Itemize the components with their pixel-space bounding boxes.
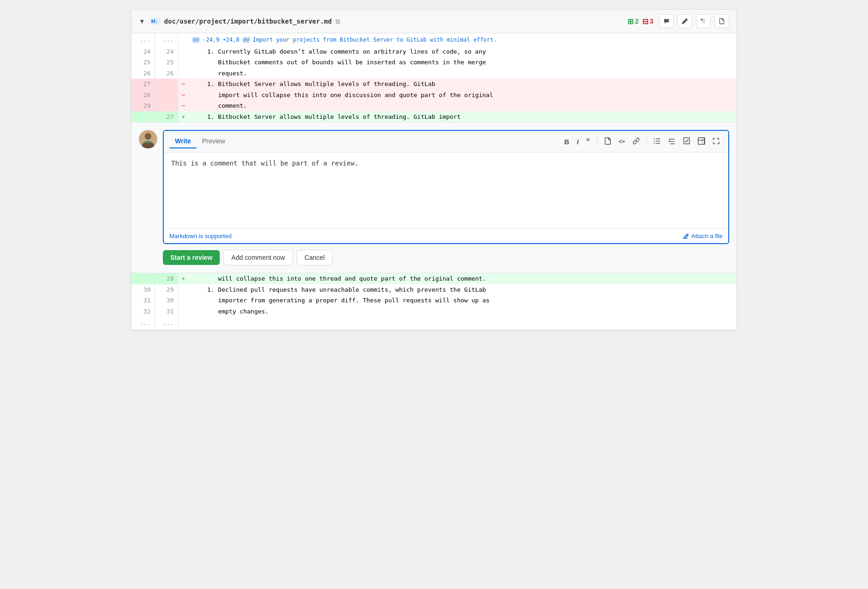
copy-path-icon[interactable]: ⧉ <box>335 18 340 25</box>
bold-btn[interactable]: B <box>562 136 572 147</box>
tab-preview[interactable]: Preview <box>197 135 231 148</box>
svg-point-1 <box>145 133 151 140</box>
line-num-dots-old: ... <box>131 33 155 46</box>
fullscreen-btn[interactable] <box>710 135 723 147</box>
user-avatar <box>139 130 157 148</box>
hunk-info: @@ -24,9 +24,8 @@ Import your projects f… <box>189 33 736 46</box>
diff-container: ▼ M↓ doc/user/project/import/bitbucket_s… <box>131 9 737 330</box>
header-actions <box>659 14 729 28</box>
quote-btn[interactable]: “ <box>583 135 593 147</box>
start-review-button[interactable]: Start a review <box>163 250 220 265</box>
table-btn[interactable] <box>695 135 708 147</box>
link-btn[interactable] <box>630 135 643 147</box>
add-comment-button[interactable]: Add comment now <box>223 250 293 265</box>
comment-btn[interactable] <box>659 14 674 28</box>
comment-toolbar: Write Preview B I “ <> <box>164 131 728 153</box>
comment-section: Write Preview B I “ <> <box>131 122 737 273</box>
task-list-btn[interactable] <box>680 135 693 147</box>
format-tools: B I “ <> <box>562 135 723 147</box>
diff-line-29-removed: 29 − comment. <box>131 100 737 111</box>
diff-line-31: 31 30 importer from generating a proper … <box>131 295 737 306</box>
diff-dots-bottom: ... ... <box>131 317 737 330</box>
tab-write[interactable]: Write <box>169 135 197 148</box>
diff-dots-row: ... ... @@ -24,9 +24,8 @@ Import your pr… <box>131 33 737 46</box>
diff-stats: ⊞ 2 ⊟ 3 <box>627 17 653 26</box>
diff-line-24: 24 24 1. Currently GitLab doesn’t allow … <box>131 46 737 57</box>
remove-stat-icon: ⊟ <box>642 17 648 26</box>
comment-editor: Write Preview B I “ <> <box>163 130 729 244</box>
view-file-btn[interactable] <box>714 14 729 28</box>
add-stat-icon: ⊞ <box>627 17 633 26</box>
comment-tabs: Write Preview <box>169 135 231 148</box>
diff-table-bottom: 28 + will collapse this into one thread … <box>131 273 737 330</box>
diff-line-30: 30 29 1. Declined pull requests have unr… <box>131 284 737 295</box>
file-btn[interactable] <box>601 135 614 147</box>
diff-table-top: ... ... @@ -24,9 +24,8 @@ Import your pr… <box>131 33 737 122</box>
comment-footer: Markdown is supported Attach a file <box>164 228 728 243</box>
diff-line-26: 26 26 request. <box>131 68 737 79</box>
file-header-left: ▼ M↓ doc/user/project/import/bitbucket_s… <box>139 18 340 25</box>
edit-btn[interactable] <box>677 14 692 28</box>
diff-line-27-added: 27 + 1. Bitbucket Server allows multiple… <box>131 111 737 123</box>
code-btn[interactable]: <> <box>616 137 628 146</box>
collapse-icon[interactable]: ▼ <box>139 18 145 25</box>
file-header-right: ⊞ 2 ⊟ 3 <box>627 14 729 28</box>
attach-file-label: Attach a file <box>691 233 723 239</box>
file-header: ▼ M↓ doc/user/project/import/bitbucket_s… <box>131 10 737 33</box>
removed-stat: ⊟ 3 <box>642 17 653 26</box>
file-type-badge: M↓ <box>149 18 161 25</box>
diff-line-28-added: 28 + will collapse this into one thread … <box>131 273 737 284</box>
diff-line-27-removed: 27 − 1. Bitbucket Server allows multiple… <box>131 79 737 90</box>
format-divider-1 <box>597 137 597 146</box>
added-stat: ⊞ 2 <box>627 17 639 26</box>
comment-inner: Write Preview B I “ <> <box>139 130 729 244</box>
bullet-list-btn[interactable] <box>651 135 663 147</box>
line-num-dots-new: ... <box>155 33 178 46</box>
comment-textarea[interactable]: This is a comment that will be part of a… <box>164 153 728 227</box>
numbered-list-btn[interactable] <box>665 135 678 147</box>
markdown-hint-link[interactable]: Markdown is supported <box>169 233 231 239</box>
comment-actions: Start a review Add comment now Cancel <box>163 250 729 265</box>
view-original-btn[interactable] <box>696 14 711 28</box>
file-path: doc/user/project/import/bitbucket_server… <box>164 18 332 25</box>
diff-line-25: 25 25 Bitbucket comments out of bounds w… <box>131 57 737 68</box>
diff-line-28-removed: 28 − import will collapse this into one … <box>131 90 737 101</box>
format-divider-2 <box>646 137 647 146</box>
cancel-button[interactable]: Cancel <box>297 250 333 265</box>
attach-file-btn[interactable]: Attach a file <box>682 233 723 239</box>
italic-btn[interactable]: I <box>574 136 581 147</box>
diff-line-32: 32 31 empty changes. <box>131 306 737 317</box>
